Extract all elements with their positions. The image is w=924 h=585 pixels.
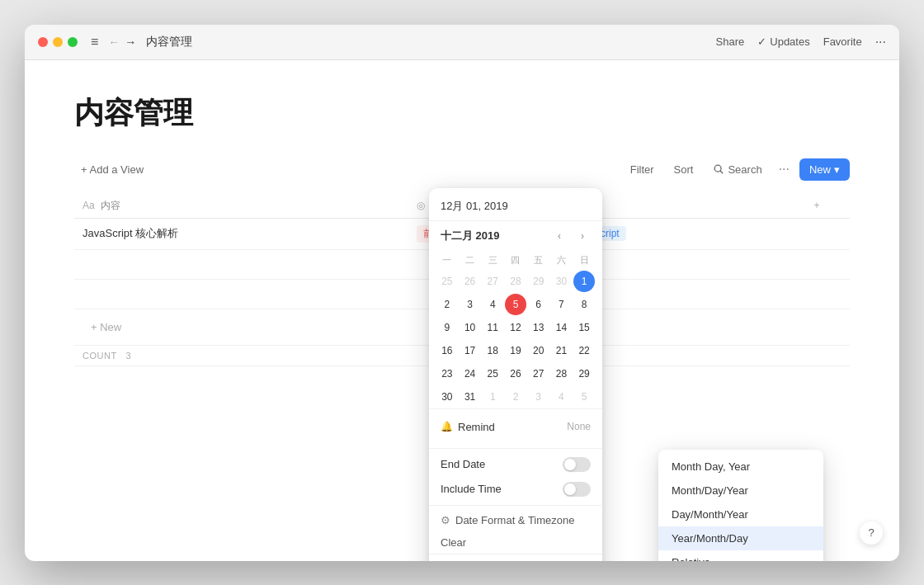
cal-day[interactable]: 15 <box>573 317 595 338</box>
divider <box>429 448 602 449</box>
remind-value[interactable]: None <box>567 421 591 432</box>
weekday-sat: 六 <box>550 251 573 270</box>
cal-day[interactable]: 28 <box>550 363 572 384</box>
dropdown-item-day-month-year[interactable]: Day/Month/Year <box>658 502 823 526</box>
cal-day[interactable]: 26 <box>505 363 526 384</box>
cal-day[interactable]: 25 <box>436 271 458 292</box>
cal-day[interactable]: 4 <box>550 386 572 408</box>
text-icon: Aa <box>82 200 95 211</box>
cal-day[interactable]: 13 <box>528 317 549 338</box>
cal-day[interactable]: 20 <box>528 340 549 361</box>
cal-toggles: End Date Include Time <box>429 452 602 502</box>
new-button[interactable]: New ▾ <box>799 158 850 181</box>
search-button[interactable]: Search <box>706 160 768 179</box>
help-button[interactable]: ? <box>860 521 883 545</box>
minimize-button[interactable] <box>53 37 63 47</box>
cal-day[interactable]: 27 <box>528 363 549 384</box>
share-button[interactable]: Share <box>716 35 745 48</box>
search-icon <box>713 163 724 175</box>
cal-day[interactable]: 7 <box>550 294 572 315</box>
titlebar: ≡ ← → 内容管理 Share ✓ Updates Favorite ··· <box>25 25 899 60</box>
cal-day[interactable]: 30 <box>436 386 458 408</box>
cal-day[interactable]: 18 <box>482 340 503 361</box>
cal-day[interactable]: 17 <box>460 340 481 361</box>
date-format-row[interactable]: ⚙ Date Format & Timezone <box>429 509 602 531</box>
cal-day[interactable]: 2 <box>505 386 526 408</box>
col-header-content: Aa 内容 <box>74 194 408 219</box>
weekday-mon: 一 <box>436 251 459 270</box>
add-view-button[interactable]: + Add a View <box>74 160 150 179</box>
sort-button[interactable]: Sort <box>667 160 700 179</box>
nav-buttons: ← → <box>108 35 136 49</box>
cal-day[interactable]: 24 <box>460 363 481 384</box>
new-dropdown-icon: ▾ <box>834 163 840 176</box>
date-format-dropdown: Month Day, Year Month/Day/Year Day/Month… <box>658 450 823 561</box>
cal-day[interactable]: 28 <box>505 271 526 292</box>
end-date-toggle[interactable] <box>563 457 591 472</box>
cal-day[interactable]: 9 <box>436 317 458 338</box>
maximize-button[interactable] <box>68 37 78 47</box>
dropdown-item-relative[interactable]: Relative <box>658 550 823 561</box>
cal-day-selected[interactable]: 1 <box>573 271 595 292</box>
cal-day[interactable]: 11 <box>482 317 503 338</box>
cal-day[interactable]: 30 <box>550 271 572 292</box>
cal-day[interactable]: 23 <box>436 363 458 384</box>
cal-day-today[interactable]: 5 <box>505 294 526 315</box>
cal-day[interactable]: 29 <box>573 363 595 384</box>
date-input[interactable]: 12月 01, 2019 <box>441 200 508 212</box>
end-date-row: End Date <box>441 452 591 477</box>
cell-content[interactable]: JavaScript 核心解析 <box>74 218 408 249</box>
cal-day[interactable]: 29 <box>528 271 549 292</box>
cal-day[interactable]: 14 <box>550 317 572 338</box>
cal-day[interactable]: 27 <box>482 271 503 292</box>
updates-button[interactable]: ✓ Updates <box>757 35 809 48</box>
cal-day[interactable]: 26 <box>460 271 481 292</box>
learn-label: Learn about reminders <box>451 559 551 561</box>
cal-day[interactable]: 6 <box>528 294 549 315</box>
divider-2 <box>429 505 602 506</box>
cal-nav: ‹ › <box>551 228 591 244</box>
cal-day[interactable]: 21 <box>550 340 572 361</box>
end-date-label: End Date <box>441 458 485 470</box>
cal-day[interactable]: 2 <box>436 294 458 315</box>
learn-row[interactable]: ? Learn about reminders <box>429 554 602 561</box>
settings-icon: ⚙ <box>441 514 450 526</box>
toolbar-more-button[interactable]: ··· <box>776 158 793 180</box>
remind-icon: 🔔 <box>441 421 453 432</box>
forward-arrow[interactable]: → <box>125 35 136 49</box>
dropdown-item-month-slash-day[interactable]: Month/Day/Year <box>658 479 823 502</box>
dropdown-item-year-month-day[interactable]: Year/Month/Day <box>658 526 823 550</box>
filter-label: Filter <box>630 163 654 176</box>
cal-day[interactable]: 25 <box>482 363 503 384</box>
cal-day[interactable]: 31 <box>460 386 481 408</box>
menu-icon[interactable]: ≡ <box>91 35 98 50</box>
svg-line-1 <box>721 171 724 173</box>
cal-day[interactable]: 1 <box>482 386 503 408</box>
include-time-toggle[interactable] <box>563 482 591 497</box>
calendar-popup: 12月 01, 2019 十二月 2019 ‹ › 一 二 三 四 五 六 日 <box>429 188 602 561</box>
titlebar-actions: Share ✓ Updates Favorite ··· <box>716 35 886 50</box>
cal-day[interactable]: 12 <box>505 317 526 338</box>
cal-day[interactable]: 8 <box>573 294 595 315</box>
clear-button[interactable]: Clear <box>429 531 602 554</box>
favorite-button[interactable]: Favorite <box>823 35 862 48</box>
cal-prev-button[interactable]: ‹ <box>551 228 568 244</box>
more-options-button[interactable]: ··· <box>875 35 886 50</box>
close-button[interactable] <box>38 37 48 47</box>
cal-day[interactable]: 4 <box>482 294 503 315</box>
cal-day[interactable]: 22 <box>573 340 595 361</box>
cal-day[interactable]: 5 <box>573 386 595 408</box>
filter-button[interactable]: Filter <box>624 160 661 179</box>
cal-day[interactable]: 3 <box>528 386 549 408</box>
remind-label: 🔔 Remind <box>441 421 495 433</box>
cal-month-year: 十二月 2019 <box>441 229 500 243</box>
back-arrow[interactable]: ← <box>108 35 120 49</box>
cal-day[interactable]: 19 <box>505 340 526 361</box>
dropdown-item-month-day-year[interactable]: Month Day, Year <box>658 455 823 479</box>
cal-day[interactable]: 10 <box>460 317 481 338</box>
weekday-fri: 五 <box>527 251 550 270</box>
col-header-add[interactable]: + <box>784 194 850 219</box>
cal-day[interactable]: 16 <box>436 340 458 361</box>
cal-next-button[interactable]: › <box>574 228 591 244</box>
cal-day[interactable]: 3 <box>460 294 481 315</box>
